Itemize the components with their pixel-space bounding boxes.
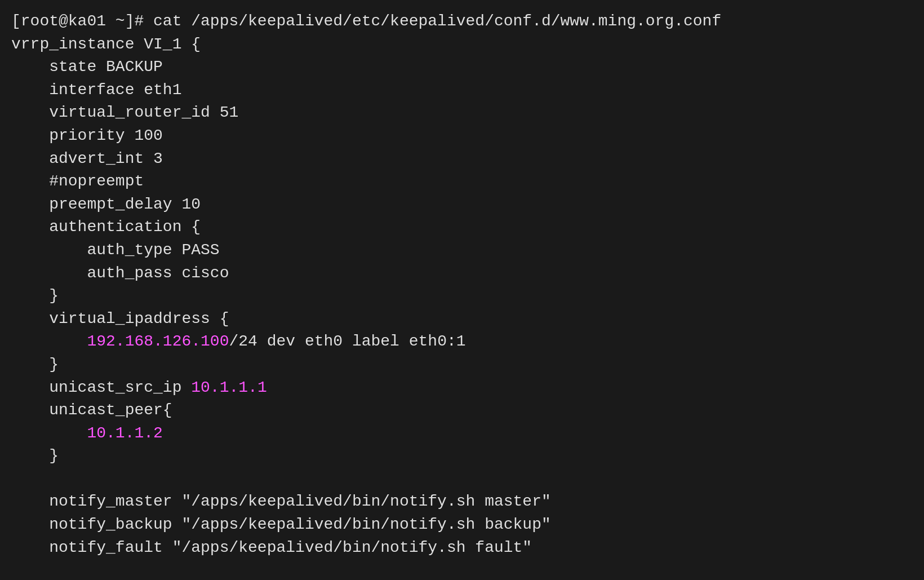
terminal-line-14: 192.168.126.100/24 dev eth0 label eth0:1 [11, 330, 913, 353]
terminal-line-cmd: [root@ka01 ~]# cat /apps/keepalived/etc/… [11, 10, 913, 33]
terminal-line-7: #nopreempt [11, 170, 913, 193]
terminal-line-21: notify_master "/apps/keepalived/bin/noti… [11, 490, 913, 513]
terminal-line-17: unicast_peer{ [11, 399, 913, 422]
terminal-line-19: } [11, 445, 913, 468]
terminal-line-6: advert_int 3 [11, 148, 913, 171]
unicast-peer-ip: 10.1.1.2 [87, 424, 162, 442]
terminal-line-20 [11, 468, 913, 491]
unicast-src-ip: 10.1.1.1 [191, 379, 266, 396]
terminal-line-9: authentication { [11, 216, 913, 239]
terminal-line-13: virtual_ipaddress { [11, 308, 913, 331]
terminal-line-2: state BACKUP [11, 56, 913, 79]
terminal-line-15: } [11, 353, 913, 377]
terminal-line-3: interface eth1 [11, 79, 913, 102]
terminal-line-23: notify_fault "/apps/keepalived/bin/notif… [11, 537, 913, 560]
terminal-line-12: } [11, 285, 913, 308]
terminal-line-5: priority 100 [11, 125, 913, 148]
terminal-line-4: virtual_router_id 51 [11, 101, 913, 125]
terminal-line-10: auth_type PASS [11, 239, 913, 262]
terminal-window[interactable]: [root@ka01 ~]# cat /apps/keepalived/etc/… [0, 0, 924, 580]
terminal-line-18: 10.1.1.2 [11, 422, 913, 445]
ip-address-1: 192.168.126.100 [87, 333, 229, 350]
terminal-line-22: notify_backup "/apps/keepalived/bin/noti… [11, 513, 913, 537]
terminal-line-24 [11, 559, 913, 580]
terminal-line-1: vrrp_instance VI_1 { [11, 33, 913, 56]
terminal-line-8: preempt_delay 10 [11, 193, 913, 216]
terminal-line-16: unicast_src_ip 10.1.1.1 [11, 377, 913, 400]
terminal-line-11: auth_pass cisco [11, 262, 913, 285]
